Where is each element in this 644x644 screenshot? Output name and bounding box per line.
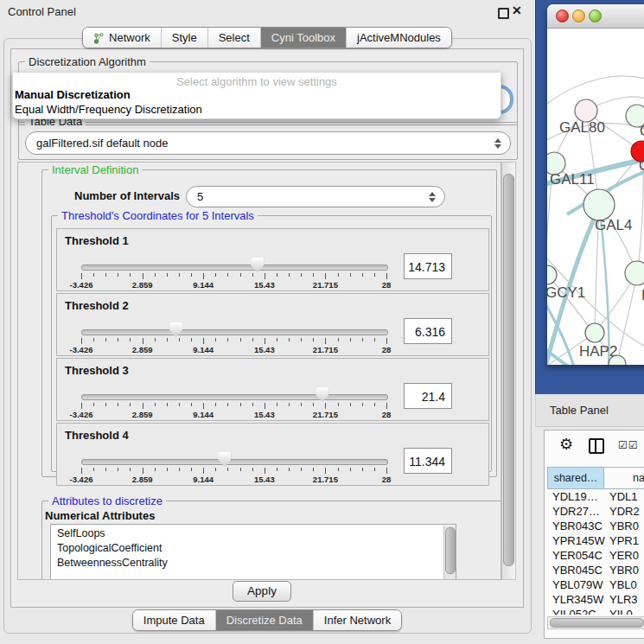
cell-name: YBR0 xyxy=(609,564,639,577)
table-rows[interactable]: YDL19…YDL1YDR27…YDR2YBR043CYBR0YPR145WYP… xyxy=(547,489,644,615)
slider-ticks xyxy=(81,468,386,475)
tick xyxy=(350,273,351,277)
list-scrollbar[interactable] xyxy=(443,526,456,579)
tick xyxy=(277,273,277,277)
table-row[interactable]: YBR043CYBR0 xyxy=(547,519,644,533)
tick xyxy=(289,273,290,277)
table-row[interactable]: YBR045CYBR0 xyxy=(547,563,644,577)
tab-impute-data[interactable]: Impute Data xyxy=(133,610,215,630)
slider-track[interactable] xyxy=(81,394,388,400)
zoom-traffic-light-icon[interactable] xyxy=(589,10,602,22)
network-node-label: GA xyxy=(640,123,644,139)
tick xyxy=(362,403,363,406)
network-node-HAP2[interactable] xyxy=(585,323,604,342)
cell-shared-name: YIL052C xyxy=(552,608,596,615)
threshold-label: Threshold 3 xyxy=(65,364,129,377)
app-root: Control Panel ✕ NetworkStyleSelectCyni T… xyxy=(0,0,644,644)
numerical-attributes-list[interactable]: SelfLoopsTopologicalCoefficientBetweenne… xyxy=(50,524,456,580)
slider-ticks xyxy=(81,273,386,280)
slider-ticks xyxy=(81,338,386,345)
list-scrollbar-thumb[interactable] xyxy=(445,527,456,574)
slider-track[interactable] xyxy=(81,265,388,271)
tick xyxy=(252,273,253,277)
network-window-titlebar xyxy=(547,4,644,29)
table-row[interactable]: YDR27…YDR2 xyxy=(547,504,644,519)
slider-track[interactable] xyxy=(81,459,388,465)
tab-style[interactable]: Style xyxy=(161,28,207,48)
table-data-combobox[interactable]: galFiltered.sif default node xyxy=(25,131,511,155)
tab-cyni-toolbox[interactable]: Cyni Toolbox xyxy=(260,28,346,48)
table-row[interactable]: YLR345WYLR3 xyxy=(547,592,644,607)
tick xyxy=(191,273,192,277)
tick xyxy=(167,273,168,277)
settings-scrollbar-thumb[interactable] xyxy=(503,174,514,566)
tab-discretize-data[interactable]: Discretize Data xyxy=(215,610,313,630)
threshold-value-field[interactable]: 14.713 xyxy=(404,253,452,279)
table-hscrollbar[interactable] xyxy=(547,616,644,629)
slider-track[interactable] xyxy=(81,329,388,335)
attribute-item[interactable]: SelfLoops xyxy=(51,526,456,541)
network-canvas[interactable]: GAL80GACGAL11GAL4GCY1HHAP2 xyxy=(547,29,644,365)
column-header-shared[interactable]: shared… xyxy=(547,467,604,489)
split-pane-icon[interactable] xyxy=(589,438,604,454)
cell-name: YBR0 xyxy=(609,520,639,532)
tab-select[interactable]: Select xyxy=(207,28,260,48)
network-node-GAL4[interactable] xyxy=(583,189,615,220)
tab-network[interactable]: Network xyxy=(83,28,161,48)
tick xyxy=(143,403,143,409)
tick xyxy=(155,338,156,341)
tick xyxy=(118,468,118,471)
tick-label: 15.43 xyxy=(254,475,275,484)
tab-infer-network[interactable]: Infer Network xyxy=(313,610,401,630)
tick xyxy=(81,338,82,344)
threshold-value-field[interactable]: 21.4 xyxy=(404,383,452,409)
cell-shared-name: YBR043C xyxy=(552,520,603,532)
table-row[interactable]: YIL052CYIL0 xyxy=(547,607,644,615)
tick xyxy=(179,468,180,471)
algorithm-option-equal-width-frequency-discretization[interactable]: Equal Width/Frequency Discretization xyxy=(15,103,202,116)
apply-button[interactable]: Apply xyxy=(233,581,291,602)
network-edge[interactable] xyxy=(547,76,644,105)
table-hscrollbar-thumb[interactable] xyxy=(550,618,644,628)
network-node-label: GAL11 xyxy=(550,171,595,188)
close-traffic-light-icon[interactable] xyxy=(556,10,569,22)
number-of-intervals-value: 5 xyxy=(197,187,203,207)
tick xyxy=(313,338,314,341)
tick xyxy=(265,273,265,279)
minimize-traffic-light-icon[interactable] xyxy=(572,10,585,22)
tab-label: Cyni Toolbox xyxy=(271,28,335,48)
gear-icon[interactable]: ⚙ xyxy=(559,435,573,454)
close-icon[interactable]: ✕ xyxy=(512,3,522,17)
tab-jactivemnodules[interactable]: jActiveMNodules xyxy=(346,28,451,48)
cell-name: YPR1 xyxy=(609,534,639,547)
table-row[interactable]: YER054CYER0 xyxy=(547,548,644,563)
network-icon xyxy=(93,32,105,44)
network-node-H-partial[interactable] xyxy=(625,261,644,285)
algorithm-option-manual-discretization[interactable]: Manual Discretization xyxy=(15,88,131,101)
table-data-value: galFiltered.sif default node xyxy=(36,132,168,154)
tick-label: -3.426 xyxy=(70,410,93,419)
number-of-intervals-combobox[interactable]: 5 xyxy=(186,186,445,207)
column-header-name[interactable]: na xyxy=(604,467,644,489)
table-row[interactable]: YPR145WYPR1 xyxy=(547,533,644,548)
tick xyxy=(301,338,302,341)
checkbox-icons[interactable]: ☑☑ xyxy=(618,439,639,451)
table-row[interactable]: YDL19…YDL1 xyxy=(547,489,644,504)
table-row[interactable]: YBL079WYBL0 xyxy=(547,577,644,592)
attribute-item[interactable]: BetweennessCentrality xyxy=(51,556,456,571)
attribute-item[interactable]: TopologicalCoefficient xyxy=(51,541,456,556)
tick xyxy=(338,468,339,471)
threshold-panel-4: Threshold 4-3.4262.8599.14415.4321.71528… xyxy=(56,423,489,486)
threshold-value-field[interactable]: 6.316 xyxy=(404,318,452,344)
float-window-icon[interactable] xyxy=(498,8,509,19)
settings-scrollbar[interactable] xyxy=(501,162,516,580)
tab-label: Style xyxy=(172,28,197,48)
tick xyxy=(386,468,387,474)
network-edge[interactable] xyxy=(617,274,637,364)
tick xyxy=(313,468,314,471)
tick xyxy=(252,468,253,471)
tick xyxy=(81,273,82,279)
tick xyxy=(374,403,375,406)
threshold-value-field[interactable]: 11.344 xyxy=(404,448,452,474)
tick xyxy=(118,273,118,277)
